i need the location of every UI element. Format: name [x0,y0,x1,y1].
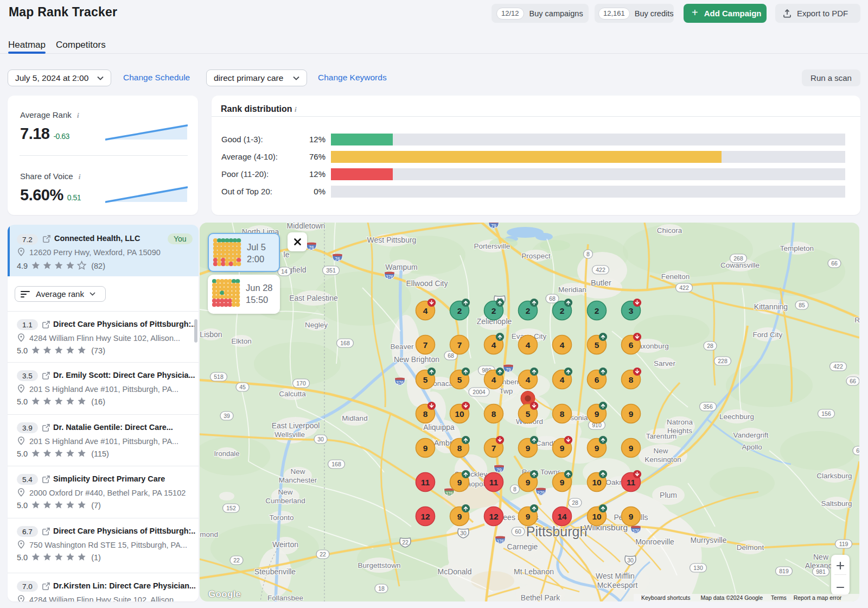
svg-text:66: 66 [831,260,838,267]
svg-text:11: 11 [489,478,499,487]
svg-text:New: New [278,488,292,496]
svg-text:7: 7 [492,444,496,453]
svg-text:68: 68 [549,295,556,302]
svg-text:3: 3 [629,306,634,315]
svg-text:8: 8 [513,486,516,492]
svg-text:Natrona: Natrona [667,418,693,426]
svg-text:9: 9 [457,478,462,487]
svg-text:8: 8 [492,409,496,419]
svg-text:East Palestine: East Palestine [289,294,338,302]
svg-text:11: 11 [627,478,636,487]
svg-text:8: 8 [560,409,565,419]
svg-text:76: 76 [309,245,314,250]
svg-text:McKeesport: McKeesport [597,581,638,590]
svg-text:le: le [284,250,290,259]
svg-text:376: 376 [445,491,453,496]
svg-text:9: 9 [560,444,565,453]
svg-text:Carnegie: Carnegie [507,542,538,551]
svg-text:228: 228 [718,358,727,364]
svg-text:2: 2 [560,306,565,315]
svg-text:8: 8 [629,375,634,384]
svg-text:Twp: Twp [500,387,513,395]
svg-text:819: 819 [779,568,789,574]
svg-text:Murrysville: Murrysville [691,536,727,544]
svg-text:8: 8 [457,444,462,453]
svg-text:14: 14 [557,512,567,521]
svg-text:39: 39 [224,413,230,419]
svg-text:Prospect: Prospect [521,252,551,260]
svg-text:Follansbee: Follansbee [267,594,303,601]
svg-text:2: 2 [492,306,496,315]
svg-text:Toronto: Toronto [269,514,293,522]
svg-text:5: 5 [526,409,531,419]
svg-text:4: 4 [492,375,496,384]
svg-text:Calcutta: Calcutta [279,390,306,398]
svg-text:Wellsville: Wellsville [275,430,305,439]
svg-text:Middletown: Middletown [287,223,326,230]
svg-text:10: 10 [592,478,601,487]
svg-text:9: 9 [560,478,565,487]
svg-text:981: 981 [816,568,826,575]
svg-text:156: 156 [821,410,831,417]
svg-text:45: 45 [239,384,246,390]
svg-text:376: 376 [396,380,404,385]
svg-text:7: 7 [423,340,428,350]
svg-text:Cumberland: Cumberland [265,497,305,505]
svg-text:76: 76 [335,256,340,262]
svg-text:4: 4 [423,306,428,315]
svg-text:9: 9 [595,409,599,419]
svg-text:New: New [290,467,305,476]
svg-text:Delmont: Delmont [737,543,764,552]
svg-text:Chicora: Chicora [657,226,682,235]
svg-text:30: 30 [317,436,324,442]
svg-text:9: 9 [595,444,599,453]
svg-text:28: 28 [572,499,578,506]
svg-text:East Liverpool: East Liverpool [272,421,320,430]
svg-text:22: 22 [233,557,240,563]
svg-text:8: 8 [586,251,590,257]
svg-text:Weirton: Weirton [272,540,298,549]
svg-text:Clarksburg: Clarksburg [816,472,852,480]
svg-text:9: 9 [629,512,634,521]
svg-text:2: 2 [526,306,531,315]
svg-text:4: 4 [560,375,565,384]
svg-text:West Mifflin: West Mifflin [596,572,635,580]
svg-text:9: 9 [629,409,634,419]
svg-text:Vandergrift: Vandergrift [733,431,768,439]
svg-text:2004: 2004 [473,389,486,395]
svg-text:4: 4 [526,375,531,384]
svg-text:Pittsburgh: Pittsburgh [526,524,588,539]
svg-text:Lisbon: Lisbon [200,330,222,339]
svg-text:Burgettstown: Burgettstown [358,561,401,569]
svg-text:79: 79 [496,467,502,473]
svg-text:422: 422 [679,284,689,291]
svg-text:356: 356 [703,403,713,410]
svg-text:2: 2 [457,306,462,315]
svg-text:New: New [653,447,668,455]
svg-text:170: 170 [296,380,306,387]
svg-text:66: 66 [850,378,856,384]
svg-text:4: 4 [526,340,531,350]
svg-text:Templeton: Templeton [780,244,814,252]
svg-text:Fenelton: Fenelton [661,273,690,281]
svg-text:18: 18 [378,585,385,592]
svg-text:376: 376 [632,528,640,534]
svg-text:Steubenville: Steubenville [254,567,296,576]
svg-text:9: 9 [526,478,531,487]
svg-text:168: 168 [331,461,341,467]
svg-text:Ellwood City: Ellwood City [406,279,448,288]
svg-text:Portersville: Portersville [474,242,510,250]
svg-text:Butler: Butler [591,278,611,287]
svg-text:Meridian: Meridian [558,286,586,294]
svg-text:28: 28 [707,343,713,349]
svg-text:Irondale: Irondale [214,449,240,458]
svg-text:30: 30 [460,530,467,536]
svg-text:6: 6 [595,375,599,384]
svg-text:22: 22 [402,539,409,546]
svg-text:68: 68 [448,352,454,359]
svg-text:McDonald: McDonald [437,567,471,576]
svg-text:2: 2 [595,306,599,315]
svg-text:West Pittsburg: West Pittsburg [367,236,417,244]
svg-text:10: 10 [592,512,601,521]
svg-text:376: 376 [496,539,504,544]
